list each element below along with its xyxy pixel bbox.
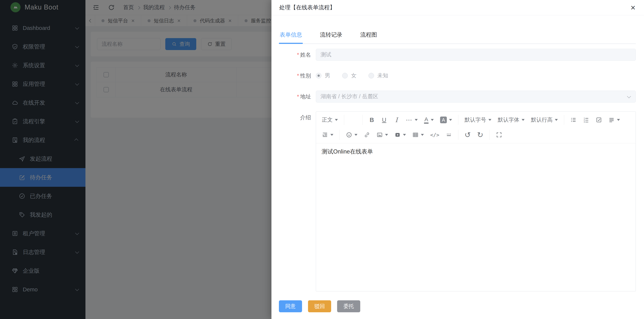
paragraph-style-dropdown[interactable]: 正文 bbox=[320, 115, 340, 125]
table-dropdown[interactable] bbox=[410, 129, 426, 140]
process-form: *姓名 *性别 男 女 bbox=[279, 49, 636, 291]
tab-form-info[interactable]: 表单信息 bbox=[279, 31, 303, 44]
image-dropdown[interactable] bbox=[374, 129, 390, 140]
agree-button[interactable]: 同意 bbox=[279, 300, 302, 312]
more-styles-dropdown[interactable]: ⋯ bbox=[404, 115, 420, 125]
caret-down-icon bbox=[431, 119, 434, 121]
tab-flow-diagram[interactable]: 流程图 bbox=[360, 31, 378, 44]
toolbar-divider bbox=[362, 115, 363, 125]
font-family-dropdown[interactable]: 默认字体 bbox=[496, 115, 526, 125]
reject-button[interactable]: 驳回 bbox=[308, 300, 331, 312]
code-button[interactable]: </> bbox=[428, 129, 441, 140]
undo-icon[interactable]: ↺ bbox=[463, 129, 473, 140]
divider-button[interactable] bbox=[444, 129, 454, 140]
bg-color-dropdown[interactable]: A bbox=[438, 115, 454, 125]
caret-down-icon bbox=[403, 134, 406, 136]
caret-down-icon bbox=[522, 119, 524, 121]
process-drawer: 处理【在线表单流程】 × 表单信息 流转记录 流程图 *姓名 *性别 bbox=[272, 0, 644, 319]
svg-text:3: 3 bbox=[584, 121, 585, 123]
line-height-dropdown[interactable]: 默认行高 bbox=[529, 115, 560, 125]
intro-label: 介绍 bbox=[279, 112, 311, 123]
form-row-address: *地址 湖南省 / 长沙市 / 岳麓区 bbox=[279, 91, 636, 103]
caret-down-icon bbox=[421, 134, 424, 136]
toolbar-row-2: </> ↺ ↻ bbox=[319, 127, 633, 142]
gender-radio-group: 男 女 未知 bbox=[316, 70, 636, 82]
emoji-dropdown[interactable] bbox=[344, 129, 359, 140]
align-dropdown[interactable] bbox=[606, 115, 622, 125]
indent-dropdown[interactable] bbox=[320, 129, 335, 140]
form-row-gender: *性别 男 女 未知 bbox=[279, 70, 636, 82]
blockquote-button[interactable] bbox=[348, 115, 358, 125]
address-label: *地址 bbox=[279, 91, 311, 103]
required-asterisk: * bbox=[297, 52, 299, 58]
bullet-list-icon[interactable] bbox=[568, 115, 578, 125]
radio-female[interactable]: 女 bbox=[342, 72, 356, 79]
address-select[interactable]: 湖南省 / 长沙市 / 岳麓区 bbox=[316, 91, 636, 103]
radio-unknown[interactable]: 未知 bbox=[368, 72, 388, 79]
caret-down-icon bbox=[330, 134, 334, 136]
required-asterisk: * bbox=[297, 94, 299, 100]
link-icon[interactable] bbox=[362, 129, 372, 140]
caret-down-icon bbox=[354, 134, 358, 136]
gender-label: *性别 bbox=[279, 70, 311, 82]
form-row-intro: 介绍 正文 B U I ⋯ bbox=[279, 112, 636, 291]
caret-down-icon bbox=[335, 119, 338, 121]
editor-content[interactable]: 测试Online在线表单 bbox=[316, 143, 636, 291]
ordered-list-icon[interactable]: 123 bbox=[581, 115, 591, 125]
caret-down-icon bbox=[415, 119, 418, 121]
radio-circle-icon bbox=[368, 73, 374, 79]
toolbar-row-1: 正文 B U I ⋯ A A 默认字号 bbox=[319, 112, 633, 127]
todo-list-icon[interactable] bbox=[594, 115, 604, 125]
drawer-header: 处理【在线表单流程】 × bbox=[272, 0, 644, 15]
bold-button[interactable]: B bbox=[367, 115, 377, 125]
editor-toolbar: 正文 B U I ⋯ A A 默认字号 bbox=[316, 112, 636, 143]
toolbar-divider bbox=[344, 115, 344, 125]
tab-flow-records[interactable]: 流转记录 bbox=[319, 31, 343, 44]
delegate-button[interactable]: 委托 bbox=[337, 300, 360, 312]
fullscreen-icon[interactable] bbox=[494, 129, 504, 140]
caret-down-icon bbox=[449, 119, 452, 121]
font-color-dropdown[interactable]: A bbox=[422, 115, 436, 125]
caret-down-icon bbox=[488, 119, 492, 121]
drawer-tabs: 表单信息 流转记录 流程图 bbox=[279, 31, 636, 44]
redo-icon[interactable]: ↻ bbox=[475, 129, 485, 140]
toolbar-divider bbox=[490, 130, 490, 140]
underline-button[interactable]: U bbox=[379, 115, 389, 125]
name-label: *姓名 bbox=[279, 49, 311, 61]
close-icon[interactable]: × bbox=[630, 4, 636, 12]
drawer-title: 处理【在线表单流程】 bbox=[279, 4, 335, 12]
caret-down-icon bbox=[617, 119, 620, 121]
form-row-name: *姓名 bbox=[279, 49, 636, 61]
name-field[interactable] bbox=[316, 49, 636, 61]
toolbar-divider bbox=[564, 115, 564, 125]
radio-male[interactable]: 男 bbox=[316, 72, 330, 79]
required-asterisk: * bbox=[297, 73, 299, 79]
toolbar-divider bbox=[340, 130, 340, 140]
rich-text-editor: 正文 B U I ⋯ A A 默认字号 bbox=[316, 112, 636, 291]
radio-circle-icon bbox=[316, 73, 322, 79]
app-window: Maku Boot Dashboard 权限管理 系统设置 应用管理 bbox=[0, 0, 644, 319]
caret-down-icon bbox=[385, 134, 388, 136]
video-dropdown[interactable] bbox=[392, 129, 408, 140]
font-size-dropdown[interactable]: 默认字号 bbox=[463, 115, 493, 125]
address-value: 湖南省 / 长沙市 / 岳麓区 bbox=[320, 93, 378, 100]
drawer-actions: 同意 驳回 委托 bbox=[279, 300, 636, 312]
caret-down-icon bbox=[555, 119, 558, 121]
italic-button[interactable]: I bbox=[392, 115, 401, 125]
radio-circle-icon bbox=[342, 73, 348, 79]
drawer-body: 表单信息 流转记录 流程图 *姓名 *性别 bbox=[272, 31, 644, 312]
chevron-down-icon bbox=[627, 94, 631, 98]
